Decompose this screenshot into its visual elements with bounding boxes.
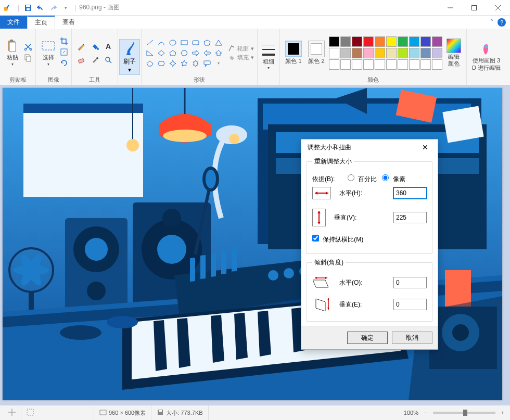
shape-oval[interactable] xyxy=(168,38,178,47)
eraser-tool[interactable] xyxy=(75,54,87,66)
color-swatch[interactable] xyxy=(375,36,385,47)
cancel-button[interactable]: 取消 xyxy=(392,332,432,344)
aspect-ratio-checkbox[interactable]: 保持纵横比(M) xyxy=(312,235,363,244)
tab-home[interactable]: 主页 xyxy=(27,16,55,29)
minimize-button[interactable] xyxy=(438,0,462,16)
dialog-titlebar[interactable]: 调整大小和扭曲 ✕ xyxy=(301,139,438,155)
shape-right-triangle[interactable] xyxy=(145,48,155,58)
copy-button[interactable] xyxy=(24,54,32,63)
fill-tool[interactable] xyxy=(88,40,101,53)
cut-button[interactable] xyxy=(24,43,32,53)
shape-polygon[interactable] xyxy=(202,38,212,47)
color-swatch[interactable] xyxy=(386,36,397,47)
qat-customize[interactable]: ▾ xyxy=(60,2,71,14)
shape-line[interactable] xyxy=(145,38,155,47)
save-button[interactable] xyxy=(22,2,34,14)
color-picker-tool[interactable] xyxy=(88,54,101,66)
shape-star5[interactable] xyxy=(179,59,189,68)
skew-h-label: 水平(O): xyxy=(336,278,388,287)
color1-button[interactable]: 颜​色 1 xyxy=(283,40,304,66)
color-swatch[interactable] xyxy=(409,48,419,58)
shape-callout[interactable] xyxy=(202,59,212,68)
color-swatch[interactable] xyxy=(363,48,374,58)
color-swatch[interactable] xyxy=(409,36,419,47)
skew-v-input[interactable] xyxy=(393,299,427,310)
crop-button[interactable] xyxy=(60,37,68,47)
color-swatch[interactable] xyxy=(409,59,419,70)
color-swatch[interactable] xyxy=(420,36,431,47)
color-swatch[interactable] xyxy=(329,59,339,70)
color-swatch[interactable] xyxy=(375,59,385,70)
color-swatch[interactable] xyxy=(420,59,431,70)
skew-h-input[interactable] xyxy=(393,277,427,288)
color-swatch[interactable] xyxy=(375,48,385,58)
shape-hexagon2[interactable] xyxy=(156,59,167,68)
shape-star4[interactable] xyxy=(168,59,178,68)
color-swatch[interactable] xyxy=(432,36,442,47)
shape-star6[interactable] xyxy=(190,59,201,68)
undo-button[interactable] xyxy=(35,2,46,14)
zoom-in-button[interactable]: + xyxy=(499,409,507,417)
select-button[interactable]: 选​择 ▾ xyxy=(39,38,58,67)
pencil-tool[interactable] xyxy=(75,40,87,53)
shape-rect[interactable] xyxy=(179,38,189,47)
shape-roundrect[interactable] xyxy=(190,38,201,47)
redo-button[interactable] xyxy=(47,2,59,14)
resize-button[interactable] xyxy=(60,48,68,58)
zoom-out-button[interactable]: − xyxy=(422,409,430,417)
magnifier-tool[interactable] xyxy=(102,54,114,66)
color-swatch[interactable] xyxy=(340,36,351,47)
maximize-button[interactable] xyxy=(462,0,486,16)
paste-button[interactable]: 粘贴 ▾ xyxy=(3,38,22,67)
help-button[interactable]: ? xyxy=(498,18,506,27)
color-swatch[interactable] xyxy=(340,48,351,58)
brushes-button[interactable]: 刷​子 ▾ xyxy=(119,39,140,75)
color-swatch[interactable] xyxy=(329,36,339,47)
color-swatch[interactable] xyxy=(329,48,339,58)
shape-arrow-left[interactable] xyxy=(202,48,212,58)
shape-fill-button[interactable]: 填充 ▾ xyxy=(228,54,254,61)
text-tool[interactable]: A xyxy=(102,40,114,53)
shape-pentagon2[interactable] xyxy=(145,59,155,68)
rotate-button[interactable] xyxy=(60,59,68,69)
shape-outline-button[interactable]: 轮廓 ▾ xyxy=(228,45,254,53)
color-swatch[interactable] xyxy=(420,48,431,58)
shapes-gallery[interactable]: ▾ xyxy=(145,38,224,68)
zoom-slider[interactable] xyxy=(433,412,495,414)
color-swatch[interactable] xyxy=(386,48,397,58)
radio-pixels[interactable]: 像素 xyxy=(382,174,405,184)
tab-file[interactable]: 文件 xyxy=(0,16,27,29)
color-swatch[interactable] xyxy=(432,48,442,58)
color-swatch[interactable] xyxy=(398,36,408,47)
close-button[interactable] xyxy=(486,0,510,16)
shape-arrow-up[interactable] xyxy=(213,48,224,58)
ok-button[interactable]: 确定 xyxy=(347,332,388,344)
paint3d-button[interactable]: 使用画图 3 D 进行编辑 xyxy=(470,41,503,72)
shape-arrow-right[interactable] xyxy=(190,48,201,58)
color-swatch[interactable] xyxy=(363,36,374,47)
shape-more[interactable]: ▾ xyxy=(213,59,224,68)
color-swatch[interactable] xyxy=(340,59,351,70)
shape-curve[interactable] xyxy=(156,38,167,47)
color-swatch[interactable] xyxy=(398,48,408,58)
tab-view[interactable]: 查看 xyxy=(55,16,82,29)
vertical-input[interactable] xyxy=(393,212,427,223)
dialog-close-button[interactable]: ✕ xyxy=(417,141,434,154)
edit-colors-button[interactable]: 编辑 颜色 xyxy=(444,37,463,68)
shape-diamond[interactable] xyxy=(156,48,167,58)
color-swatch[interactable] xyxy=(432,59,442,70)
horizontal-input[interactable] xyxy=(393,187,427,199)
color-swatch[interactable] xyxy=(352,48,362,58)
shape-triangle[interactable] xyxy=(213,38,224,47)
color2-button[interactable]: 颜​色 2 xyxy=(306,40,327,66)
size-button[interactable]: 粗​细 ▾ xyxy=(260,42,277,71)
color-swatch[interactable] xyxy=(386,59,397,70)
color-swatch[interactable] xyxy=(352,59,362,70)
shape-hexagon[interactable] xyxy=(179,48,189,58)
radio-percent[interactable]: 百分比 xyxy=(348,174,377,184)
collapse-ribbon-button[interactable]: ˄ xyxy=(490,19,493,26)
shape-pentagon[interactable] xyxy=(168,48,178,58)
color-swatch[interactable] xyxy=(363,59,374,70)
color-swatch[interactable] xyxy=(398,59,408,70)
color-swatch[interactable] xyxy=(352,36,362,47)
